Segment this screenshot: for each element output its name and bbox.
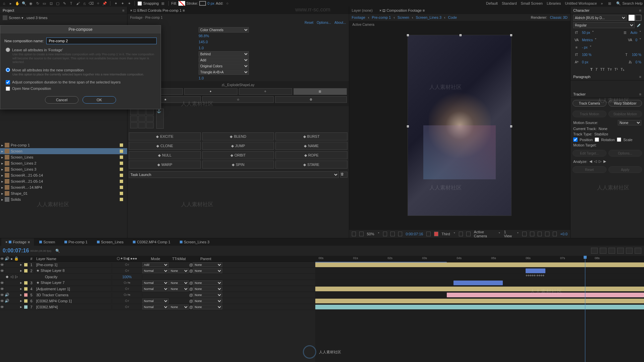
rotate-tool-icon[interactable]: ↻ (35, 1, 40, 6)
twirl-icon[interactable]: ▸ (19, 262, 23, 267)
tsume[interactable]: 0 % (636, 60, 641, 64)
effect-options[interactable]: Options... (317, 21, 331, 27)
twirl-icon[interactable]: ▸ (19, 305, 23, 309)
search-icon[interactable]: 🔍 (616, 1, 621, 6)
comp-name-input[interactable] (46, 38, 157, 44)
action-rope[interactable]: ◆ROPE (275, 151, 347, 159)
parent-pick-icon[interactable]: @ (189, 263, 193, 267)
prop-select[interactable]: Color Channels (199, 27, 249, 33)
workspace-default[interactable]: Default (486, 1, 498, 5)
parent-select[interactable]: None (193, 287, 222, 291)
layer-label-swatch[interactable] (24, 281, 28, 285)
motion-blur-icon[interactable] (617, 248, 624, 254)
preview-image[interactable] (408, 35, 512, 216)
label-swatch[interactable] (120, 180, 123, 183)
superscript-icon[interactable]: T¹ (614, 67, 618, 71)
prop-value[interactable]: 145.0 (199, 40, 208, 44)
roto-tool-icon[interactable]: ✧ (95, 1, 101, 6)
home-icon[interactable]: ⌂ (1, 1, 7, 6)
open-new-comp-checkbox[interactable] (6, 86, 10, 91)
trkmat-select[interactable]: None (169, 281, 189, 285)
vscale[interactable]: 100 % (582, 53, 591, 57)
track-panel[interactable]: 00s01s02s03s04s05s06s07s08s ◆◆◆◆◆ ◆◆◆◆ (315, 256, 644, 362)
action-warp[interactable]: ◆WARP (129, 161, 201, 169)
prop-value[interactable]: 1.0 (199, 46, 204, 50)
guides-icon[interactable] (466, 232, 471, 236)
add-icon[interactable]: ○ (225, 1, 230, 6)
fill-color-swatch[interactable] (629, 15, 635, 21)
camera-tool-icon[interactable]: ▭ (42, 1, 47, 6)
task-trash-icon[interactable]: 🗑 (340, 172, 347, 178)
tracker-tab[interactable]: Tracker (573, 92, 586, 96)
script-grid-icon[interactable]: ⊞ (293, 88, 347, 95)
reset-workspace-icon[interactable]: ⊞ (607, 1, 612, 6)
project-tab[interactable]: Project (3, 8, 14, 12)
property-row[interactable]: ◆◁▷Opacity100% (0, 274, 315, 280)
project-item[interactable]: ▸Screen (0, 148, 127, 154)
layer-name[interactable]: [Pre-comp 1] (35, 263, 112, 267)
parent-pick-icon[interactable]: @ (189, 305, 193, 309)
region-icon[interactable] (459, 232, 463, 236)
layer-switches[interactable]: ⬡ / fx (112, 281, 142, 284)
view-value[interactable]: 1 View (504, 230, 514, 238)
camera-value[interactable]: Active Camera (474, 230, 495, 238)
label-swatch[interactable] (120, 198, 123, 201)
layer-bar[interactable] (447, 293, 644, 297)
font-size[interactable]: 50 px (582, 31, 590, 35)
project-item[interactable]: ▸Screen_Lines 3 (0, 166, 127, 172)
parent-pick-icon[interactable]: @ (189, 299, 193, 303)
col-lock-icon[interactable]: 🔒 (14, 256, 19, 261)
zoom-value[interactable]: 50% (367, 232, 374, 236)
col-num[interactable]: # (28, 257, 35, 261)
local-axis-icon[interactable]: ✦ (113, 1, 118, 6)
char-stroke[interactable]: - px (582, 46, 588, 49)
align-tl[interactable] (130, 109, 138, 115)
visibility-toggle[interactable]: 👁 (0, 293, 5, 297)
layer-label-swatch[interactable] (24, 305, 28, 309)
col-eye-icon[interactable]: 👁 (0, 257, 5, 261)
snapshot-icon[interactable] (426, 232, 431, 236)
adjust-duration-checkbox[interactable] (6, 80, 10, 84)
track-lane[interactable]: ◆◆◆◆◆ ◆◆◆◆ (315, 274, 644, 280)
visibility-toggle[interactable]: 👁 (0, 281, 5, 285)
stroke-swatch[interactable] (199, 1, 206, 6)
layer-row[interactable]: 👁▸2★ Shape Layer 8⬡ / NormalNone@ None (0, 268, 315, 274)
composition-tab[interactable]: × ⊡ Composition Footage ≡ (379, 8, 425, 13)
prop-select[interactable]: Behind (199, 51, 249, 57)
track-lane[interactable] (315, 286, 644, 292)
parent-select[interactable]: None (193, 293, 222, 297)
warp-stabilizer-button[interactable]: Warp Stabilizer (608, 100, 642, 107)
timeline-tab[interactable]: Screen_Lines 3 (176, 238, 213, 246)
transparency-icon[interactable] (390, 232, 395, 236)
parent-select[interactable]: None (193, 268, 222, 273)
label-swatch[interactable] (120, 174, 123, 177)
grid-icon[interactable] (359, 232, 364, 236)
label-swatch[interactable] (120, 149, 123, 153)
crumb-1[interactable]: Pre-comp 1 (372, 15, 391, 19)
project-item[interactable]: ▸Screen_Lines 2 (0, 160, 127, 166)
stroke-color-swatch[interactable] (635, 15, 641, 21)
hscale[interactable]: 100 % (632, 53, 641, 57)
label-swatch[interactable] (120, 192, 123, 195)
layer-name[interactable]: ★ Shape Layer 7 (35, 281, 112, 285)
parent-select[interactable]: None (193, 262, 222, 267)
pan-behind-icon[interactable]: ⊡ (48, 1, 54, 6)
trkmat-select[interactable]: None (169, 287, 189, 291)
comp-flow-icon[interactable] (545, 232, 549, 236)
layer-name[interactable]: [C0362.MP4 Comp 1] (35, 299, 112, 303)
clone-tool-icon[interactable]: ⎌ (82, 1, 87, 6)
layer-switches[interactable]: ⬡ / (112, 269, 142, 272)
audio-toggle[interactable]: 🔊 (5, 293, 9, 297)
align-bc[interactable] (138, 122, 146, 128)
timeline-tab[interactable]: Screen (35, 238, 59, 246)
kerning[interactable]: Metrics (582, 38, 593, 42)
action-burst[interactable]: ◆BURST (275, 132, 347, 140)
visibility-toggle[interactable]: 👁 (0, 287, 5, 291)
draft3d-icon[interactable] (600, 248, 606, 254)
para-menu-icon[interactable]: ≡ (639, 75, 641, 79)
leading[interactable]: Auto (630, 31, 637, 35)
track-lane[interactable] (315, 304, 644, 310)
blend-mode-select[interactable]: Normal (142, 268, 169, 273)
workspace-untitled[interactable]: Untitled Workspace (565, 1, 597, 5)
keyframes[interactable]: ◆◆◆◆◆ ◆◆◆◆ (526, 274, 544, 277)
